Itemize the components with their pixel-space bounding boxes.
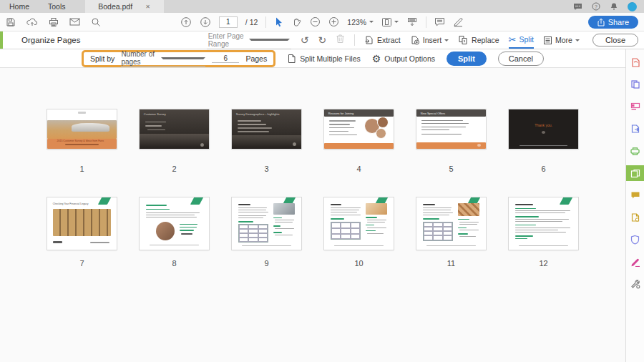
split-button[interactable]: Split — [447, 52, 487, 66]
chevron-down-icon — [249, 39, 290, 43]
page-thumbnail-6[interactable]: Thank you. 6 — [509, 109, 578, 173]
pencil-icon[interactable] — [453, 17, 464, 27]
page-thumbnail-9[interactable]: 9 — [232, 197, 301, 268]
scrolling-mode-icon[interactable] — [406, 17, 418, 27]
output-options-button[interactable]: ⚙ Output Options — [372, 54, 435, 64]
replace-button[interactable]: Replace — [458, 31, 499, 49]
active-tool-strip — [0, 31, 3, 49]
page-count-label: / 12 — [245, 18, 258, 26]
hand-tool-icon[interactable] — [291, 16, 302, 27]
extract-icon — [364, 35, 374, 45]
page-thumbnail-5[interactable]: New Special Offers 5 — [416, 109, 486, 173]
more-tools-icon[interactable] — [626, 276, 644, 292]
select-tool-icon[interactable] — [274, 16, 283, 27]
page-number-label: 11 — [447, 259, 455, 268]
rotate-right-icon[interactable]: ↻ — [318, 35, 326, 45]
create-pdf-icon[interactable] — [626, 77, 644, 92]
close-button[interactable]: Close — [592, 34, 638, 47]
comment-tool-icon[interactable] — [626, 187, 644, 203]
export-file-icon[interactable] — [626, 121, 644, 137]
tool-title: Organize Pages — [21, 36, 80, 44]
share-icon — [597, 18, 605, 26]
chevron-down-icon — [369, 21, 374, 25]
page-thumbnail-8[interactable]: 8 — [140, 197, 209, 268]
split-tab-button[interactable]: ✂ Split — [509, 31, 534, 49]
page-number-label: 8 — [172, 259, 176, 268]
split-options-bar: Split by Number of pages Pages Split Mul… — [0, 49, 625, 68]
next-page-icon[interactable] — [200, 16, 211, 28]
combine-files-icon[interactable] — [626, 210, 644, 225]
previous-page-icon[interactable] — [180, 16, 192, 28]
page-thumbnail-10[interactable]: 10 — [324, 197, 394, 268]
delete-pages-icon[interactable] — [336, 34, 345, 47]
page-number-label: 6 — [541, 165, 545, 173]
organize-pages-toolbar: Organize Pages Enter Page Range ↺ ↻ Extr… — [0, 31, 644, 49]
page-number-label: 9 — [264, 259, 268, 268]
page-number-input[interactable] — [219, 16, 238, 28]
share-button[interactable]: Share — [588, 16, 638, 29]
user-avatar[interactable] — [628, 2, 637, 11]
page-thumbnail-3[interactable]: Survey Demographics – highlights 3 — [232, 109, 301, 173]
gear-icon: ⚙ — [372, 54, 381, 64]
zoom-out-icon[interactable] — [310, 16, 321, 27]
extract-button[interactable]: Extract — [364, 31, 401, 49]
pages-unit-label: Pages — [245, 54, 267, 63]
save-icon[interactable] — [6, 17, 16, 27]
page-number-label: 3 — [264, 165, 268, 173]
svg-text:?: ? — [595, 4, 597, 9]
page-number-label: 4 — [356, 165, 361, 173]
page-number-label: 1 — [79, 165, 84, 173]
right-tool-rail — [625, 49, 644, 362]
page-view-mode-button[interactable] — [381, 17, 399, 27]
page-thumbnail-12[interactable]: 12 — [509, 197, 578, 268]
split-mode-select[interactable]: Number of pages — [121, 50, 205, 67]
page-thumbnail-1[interactable]: 2015 Customer Survey & Ideas from Fans 1 — [47, 109, 117, 173]
split-multiple-files-button[interactable]: Split Multiple Files — [287, 54, 361, 64]
page-thumbnail-2[interactable]: Customer Survey 2 — [140, 109, 209, 173]
insert-icon — [410, 35, 420, 45]
page-grid-area: 2015 Customer Survey & Ideas from Fans 1… — [0, 68, 625, 362]
page-range-input[interactable]: Enter Page Range — [207, 31, 291, 49]
chevron-down-icon — [161, 57, 205, 62]
page-count-input[interactable] — [212, 54, 239, 63]
insert-button[interactable]: Insert — [410, 31, 449, 49]
zoom-level-select[interactable]: 123% — [347, 18, 374, 26]
bell-icon[interactable] — [610, 2, 618, 11]
rotate-left-icon[interactable]: ↺ — [301, 35, 309, 45]
export-pdf-icon[interactable] — [626, 54, 644, 70]
page-thumbnail-7[interactable]: Checking Your Financial Legacy 7 — [47, 197, 117, 268]
email-icon[interactable] — [69, 18, 80, 26]
edit-pdf-icon[interactable] — [626, 99, 644, 114]
close-tab-icon[interactable]: ✕ — [145, 4, 150, 10]
document-title: Bodea.pdf — [98, 2, 132, 11]
print-icon[interactable] — [49, 17, 59, 27]
zoom-level-value: 123% — [347, 18, 366, 26]
zoom-in-icon[interactable] — [328, 16, 339, 27]
tab-document[interactable]: Bodea.pdf ✕ — [85, 0, 164, 13]
chevron-down-icon — [394, 21, 399, 25]
page-number-label: 2 — [172, 165, 176, 173]
scan-optimize-icon[interactable] — [626, 143, 644, 159]
cancel-button[interactable]: Cancel — [498, 52, 544, 66]
more-button[interactable]: More — [543, 31, 580, 49]
more-icon — [543, 36, 552, 45]
protect-icon[interactable] — [626, 232, 644, 248]
chat-bubble-icon[interactable] — [573, 3, 582, 11]
fill-sign-icon[interactable] — [626, 254, 644, 270]
tab-tools[interactable]: Tools — [39, 0, 75, 13]
chevron-down-icon — [444, 39, 449, 44]
page-number-label: 10 — [354, 259, 363, 268]
cloud-upload-icon[interactable] — [26, 17, 38, 26]
split-by-label: Split by — [90, 54, 114, 63]
search-icon[interactable] — [91, 17, 101, 27]
organize-pages-icon[interactable] — [626, 165, 644, 181]
tab-home[interactable]: Home — [0, 0, 39, 13]
page-thumbnail-4[interactable]: Reasons for Joining 4 — [324, 109, 394, 173]
page-thumbnail-11[interactable]: 11 — [416, 197, 486, 268]
comment-icon[interactable] — [434, 17, 445, 26]
chevron-down-icon — [575, 39, 580, 44]
page-grid: 2015 Customer Survey & Ideas from Fans 1… — [0, 109, 625, 268]
help-icon[interactable]: ? — [592, 2, 600, 11]
split-by-highlight-box: Split by Number of pages Pages — [82, 50, 275, 67]
page-number-label: 7 — [79, 259, 84, 268]
